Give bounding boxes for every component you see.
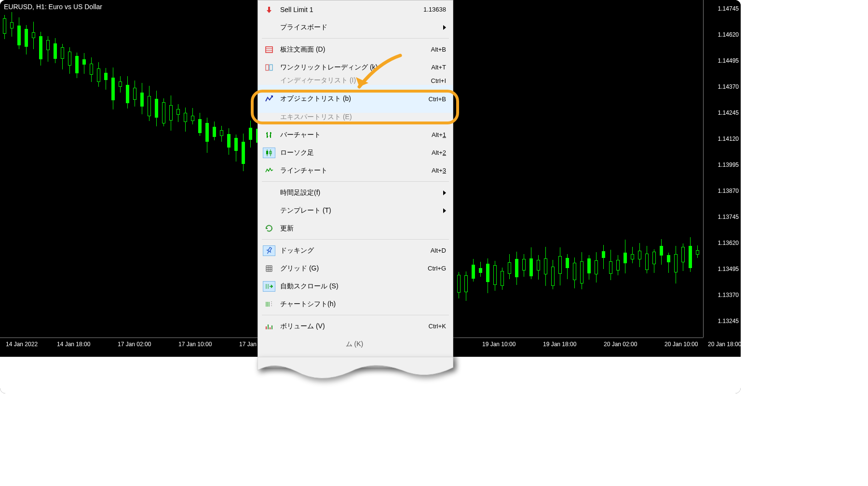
menu-shortcut: Ctrl+G (428, 265, 446, 272)
menu-label: 板注文画面 (D) (280, 45, 431, 54)
menu-label: エキスパートリスト (E) (280, 113, 446, 122)
menu-separator (262, 239, 449, 240)
autoscroll-icon (263, 281, 275, 292)
pin-icon (263, 245, 275, 256)
context-menu: Sell Limit 1 1.13638 プライスボード 板注文画面 (D) A… (258, 0, 453, 368)
menu-shortcut: Alt+T (431, 64, 446, 71)
price-label: 1.13245 (718, 318, 739, 324)
time-label: 14 Jan 18:00 (57, 341, 90, 348)
menu-shortcut: Ctrl+K (429, 323, 446, 330)
price-label: 1.13620 (718, 240, 739, 246)
svg-rect-4 (270, 65, 272, 70)
menu-label: Sell Limit 1 (280, 6, 423, 14)
menu-object-list[interactable]: オブジェクトリスト (b) Ctrl+B (258, 85, 453, 113)
price-label: 1.13370 (718, 292, 739, 298)
menu-chart-shift[interactable]: チャートシフト(h) (258, 295, 453, 313)
menu-separator (262, 38, 449, 39)
menu-one-click-trading[interactable]: ワンクリックトレーディング (k) Alt+T (258, 58, 453, 76)
blank-icon (263, 205, 275, 216)
submenu-arrow-icon (443, 208, 446, 213)
price-label: 1.13995 (718, 162, 739, 168)
menu-separator (262, 181, 449, 182)
menu-label: ム (K) (346, 340, 364, 349)
price-label: 1.13870 (718, 188, 739, 194)
time-label: 17 Jan 10:00 (178, 341, 212, 348)
menu-shortcut: Alt+2 (432, 149, 446, 156)
menu-label: ラインチャート (280, 166, 432, 175)
menu-sell-limit[interactable]: Sell Limit 1 1.13638 (258, 0, 453, 18)
bar-chart-icon (263, 130, 275, 140)
menu-label: インディケータリスト (I) (280, 76, 431, 85)
menu-refresh[interactable]: 更新 (258, 219, 453, 237)
refresh-icon (263, 223, 275, 234)
menu-label: 更新 (280, 224, 446, 233)
candlestick-icon (263, 148, 275, 158)
time-label: 19 Jan 10:00 (482, 341, 515, 348)
price-label: 1.14495 (718, 57, 739, 64)
price-axis: 1.147451.146201.144951.143701.142451.141… (703, 0, 741, 338)
menu-shortcut: Alt+D (431, 247, 446, 254)
menu-shortcut: Alt+3 (432, 167, 446, 174)
menu-label: バーチャート (280, 131, 432, 139)
price-label: 1.14120 (718, 135, 739, 142)
menu-label: プライスボード (280, 23, 439, 32)
price-label: 1.14745 (718, 5, 739, 12)
submenu-arrow-icon (443, 25, 446, 30)
menu-label: 時間足設定(f) (280, 189, 439, 197)
menu-label: テンプレート (T) (280, 206, 439, 215)
menu-expert-list[interactable]: エキスパートリスト (E) (258, 113, 453, 122)
object-list-icon (263, 94, 275, 104)
app-window: EURUSD, H1: Euro vs US Dollar 1.147451.1… (0, 0, 741, 393)
menu-depth-of-market[interactable]: 板注文画面 (D) Alt+B (258, 40, 453, 58)
one-click-icon (263, 62, 275, 73)
time-label: 20 Jan 10:00 (665, 341, 698, 348)
menu-autoscroll[interactable]: 自動スクロール (S) (258, 277, 453, 295)
menu-bar-chart[interactable]: バーチャート Alt+1 (258, 126, 453, 144)
menu-label: 自動スクロール (S) (280, 282, 446, 291)
menu-indicator-list[interactable]: インディケータリスト (I) Ctrl+I (258, 76, 453, 85)
menu-shortcut: Alt+1 (432, 131, 446, 138)
line-chart-icon (263, 165, 275, 176)
blank-icon (263, 188, 275, 198)
menu-cutoff: ム (K) (258, 335, 453, 353)
indicator-icon (263, 76, 275, 85)
menu-price-board[interactable]: プライスボード (258, 18, 453, 36)
time-label: 17 Jan 02:00 (118, 341, 151, 348)
menu-label: ドッキング (280, 246, 431, 255)
menu-label: チャートシフト(h) (280, 300, 446, 309)
submenu-arrow-icon (443, 190, 446, 195)
menu-label: ワンクリックトレーディング (k) (280, 63, 431, 72)
time-label: 19 Jan 18:00 (543, 341, 576, 348)
menu-docking[interactable]: ドッキング Alt+D (258, 242, 453, 259)
depth-icon (263, 44, 275, 55)
menu-template[interactable]: テンプレート (T) (258, 202, 453, 219)
svg-rect-0 (266, 47, 272, 53)
chart-shift-icon (263, 299, 275, 310)
blank-icon (263, 22, 275, 33)
price-label: 1.13745 (718, 214, 739, 220)
price-label: 1.14245 (718, 109, 739, 116)
menu-shortcut: Ctrl+I (431, 77, 446, 84)
menu-label: ローソク足 (280, 148, 432, 157)
price-label: 1.14370 (718, 83, 739, 90)
expert-icon (263, 113, 275, 122)
menu-label: グリッド (G) (280, 264, 428, 273)
grid-icon (263, 263, 275, 274)
time-label: 20 Jan 02:00 (604, 341, 637, 348)
menu-label: オブジェクトリスト (b) (280, 94, 429, 103)
svg-rect-3 (266, 65, 269, 70)
menu-separator (262, 315, 449, 315)
menu-timeframe[interactable]: 時間足設定(f) (258, 184, 453, 202)
menu-grid[interactable]: グリッド (G) Ctrl+G (258, 259, 453, 277)
sell-limit-icon (263, 4, 275, 15)
menu-volume[interactable]: ボリューム (V) Ctrl+K (258, 317, 453, 335)
price-label: 1.14620 (718, 31, 739, 38)
chart-title: EURUSD, H1: Euro vs US Dollar (4, 3, 102, 11)
menu-shortcut: Alt+B (431, 46, 446, 53)
menu-candlestick[interactable]: ローソク足 Alt+2 (258, 144, 453, 162)
menu-shortcut: Ctrl+B (429, 95, 446, 103)
menu-value: 1.13638 (423, 6, 446, 13)
time-label: 14 Jan 2022 (6, 341, 38, 348)
menu-separator (262, 123, 449, 124)
menu-line-chart[interactable]: ラインチャート Alt+3 (258, 162, 453, 179)
